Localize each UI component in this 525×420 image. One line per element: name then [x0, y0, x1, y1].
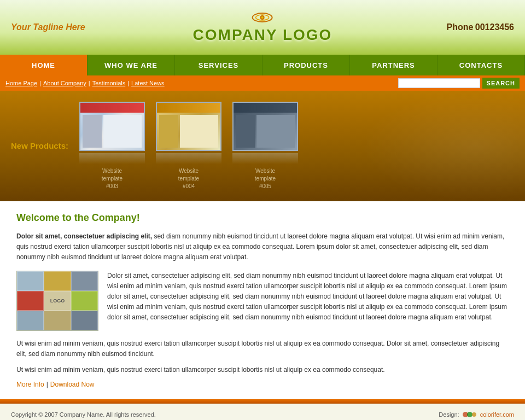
footer: Copyright © 2007 Company Name. All right…	[0, 404, 525, 420]
content-para2-text: Ut wisi enim ad minim veniam, quis nostr…	[16, 340, 499, 358]
footer-design-label: Design:	[439, 411, 459, 418]
main-nav: HOME WHO WE ARE SERVICES PRODUCTS PARTNE…	[0, 55, 525, 75]
more-info-link[interactable]: More Info	[16, 381, 44, 388]
grid-cell-4	[17, 291, 44, 311]
template-004-thumb[interactable]	[156, 102, 221, 151]
content-image: LOGO	[16, 271, 98, 331]
footer-accent-bar	[0, 399, 525, 404]
logo-icon	[252, 11, 273, 24]
nav-home[interactable]: HOME	[0, 55, 88, 75]
template-004: Websitetemplate#004	[156, 102, 221, 190]
svg-point-3	[261, 16, 264, 19]
grid-cell-1	[17, 271, 44, 291]
template-005-thumb[interactable]	[232, 102, 298, 151]
template-005: Websitetemplate#005	[232, 102, 298, 190]
breadcrumb-links: Home Page | About Company | Testimonials…	[5, 80, 165, 86]
phone-number: 00123456	[475, 22, 514, 32]
template-003: Websitetemplate#003	[79, 102, 145, 190]
template-003-label: Websitetemplate#003	[102, 167, 122, 190]
new-products-label: New Products:	[11, 141, 68, 151]
links-row: More Info | Download Now	[16, 381, 509, 388]
grid-cell-6	[71, 291, 98, 311]
header: Your Tagline Here COMPANY LOGO Phone 001…	[0, 0, 525, 55]
nav-partners[interactable]: PARTNERS	[350, 55, 438, 75]
company-logo-text: COMPANY LOGO	[193, 26, 332, 44]
banner: New Products: Websitetemplate#003	[0, 91, 525, 201]
breadcrumb-testimonials[interactable]: Testimonials	[92, 80, 126, 86]
phone-label: Phone	[447, 22, 474, 32]
breadcrumb-news[interactable]: Latest News	[131, 80, 165, 86]
footer-design-link[interactable]: colorifer.com	[480, 411, 514, 418]
tagline: Your Tagline Here	[11, 22, 85, 32]
image-grid: LOGO	[17, 271, 98, 330]
download-link[interactable]: Download Now	[50, 381, 95, 388]
grid-cell-9	[71, 311, 98, 330]
phone-area: Phone 00123456	[447, 22, 514, 32]
search-button[interactable]: SEARCH	[482, 78, 520, 89]
breadcrumb-home[interactable]: Home Page	[5, 80, 37, 86]
nav-products[interactable]: PRODUCTS	[262, 55, 350, 75]
search-area: SEARCH	[398, 78, 520, 89]
nav-services[interactable]: SERVICES	[175, 55, 262, 75]
intro-paragraph: Dolor sit amet, consectetuer adipiscing …	[16, 231, 509, 263]
svg-point-6	[472, 412, 476, 417]
nav-who-we-are[interactable]: WHO WE ARE	[88, 55, 175, 75]
bottom-text: Ut wisi enim ad minim veniam, quis nostr…	[16, 365, 509, 375]
footer-design: Design: colorifer.com	[439, 411, 514, 418]
welcome-title: Welcome to the Company!	[16, 212, 509, 224]
grid-cell-logo: LOGO	[44, 291, 71, 311]
main-content: Welcome to the Company! Dolor sit amet, …	[0, 201, 525, 399]
template-004-label: Websitetemplate#004	[178, 167, 199, 190]
svg-point-5	[467, 412, 472, 417]
content-paragraph: Dolor sit amet, consectetuer adipiscing …	[107, 271, 509, 331]
grid-cell-3	[71, 271, 98, 291]
template-005-label: Websitetemplate#005	[255, 167, 276, 190]
content-para2: Ut wisi enim ad minim veniam, quis nostr…	[16, 339, 509, 359]
colorifer-logo-icon	[462, 411, 478, 418]
nav-contacts[interactable]: CONTACTS	[438, 55, 525, 75]
breadcrumb-bar: Home Page | About Company | Testimonials…	[0, 75, 525, 91]
content-row: LOGO Dolor sit amet, consectetuer adipis…	[16, 271, 509, 331]
grid-cell-8	[44, 311, 71, 330]
footer-copyright: Copyright © 2007 Company Name. All right…	[11, 411, 156, 418]
search-input[interactable]	[398, 78, 480, 88]
intro-bold: Dolor sit amet, consectetuer adipiscing …	[16, 232, 152, 240]
breadcrumb-about[interactable]: About Company	[43, 80, 86, 86]
logo-area: COMPANY LOGO	[193, 11, 332, 44]
template-003-thumb[interactable]	[79, 102, 145, 151]
grid-cell-2	[44, 271, 71, 291]
grid-cell-7	[17, 311, 44, 330]
